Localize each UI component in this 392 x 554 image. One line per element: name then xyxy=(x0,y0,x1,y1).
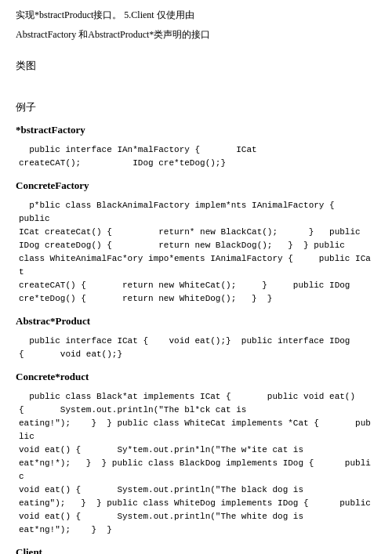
section-client: Client public static void main(String[] … xyxy=(16,545,376,554)
section-concrete-factory: ConcreteFactory p*blic class BlackAnimal… xyxy=(16,178,376,307)
section-code-abstract-factory: public interface IAn*malFactory { ICat c… xyxy=(16,142,376,172)
section-abstract-factory: *bstractFactory public interface IAn*mal… xyxy=(16,122,376,172)
section-title-abstract-factory: *bstractFactory xyxy=(16,122,376,139)
section-abstract-product: Abstrac*Product public interface ICat { … xyxy=(16,313,376,363)
section-title-client: Client xyxy=(16,545,376,554)
intro-section: 实现*bstractProduct接口。 5.Client 仅使用由 Abstr… xyxy=(16,8,376,42)
section-title-concrete-product: Concrete*roduct xyxy=(16,369,376,386)
code-sections: *bstractFactory public interface IAn*mal… xyxy=(16,122,376,554)
section-title-abstract-product: Abstrac*Product xyxy=(16,313,376,330)
section-code-concrete-product: public class Black*at implements ICat { … xyxy=(16,389,376,539)
label-example: 例子 xyxy=(16,100,376,116)
section-code-abstract-product: public interface ICat { void eat();} pub… xyxy=(16,333,376,363)
section-concrete-product: Concrete*roduct public class Black*at im… xyxy=(16,369,376,538)
intro-line1: 实现*bstractProduct接口。 5.Client 仅使用由 xyxy=(16,8,376,23)
intro-line2: AbstractFactory 和AbstractProduct*类声明的接口 xyxy=(16,27,376,42)
section-code-concrete-factory: p*blic class BlackAnimalFactory implem*n… xyxy=(16,197,376,307)
label-class-diagram: 类图 xyxy=(16,58,376,74)
section-title-concrete-factory: ConcreteFactory xyxy=(16,178,376,194)
